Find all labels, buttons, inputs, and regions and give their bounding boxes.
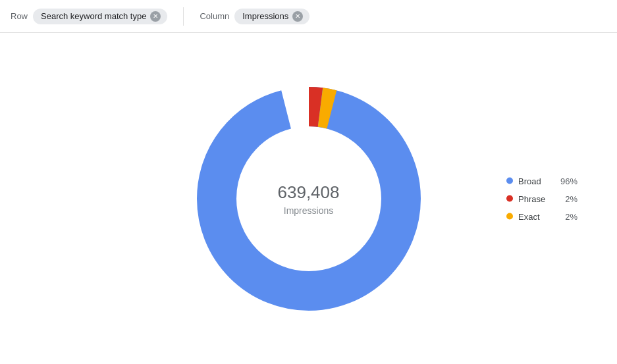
broad-dot [506, 178, 513, 184]
row-filter-group: Row Search keyword match type ✕ [11, 9, 167, 24]
column-label: Column [200, 11, 229, 21]
header-divider [183, 7, 184, 26]
center-value: 639,408 [278, 182, 340, 202]
exact-dot [506, 213, 513, 220]
chart-legend: Broad 96% Phrase 2% Exact 2% [506, 176, 577, 221]
legend-item-broad: Broad 96% [506, 176, 577, 186]
donut-chart: 639,408 Impressions [184, 74, 434, 324]
row-filter-chip: Search keyword match type ✕ [33, 9, 167, 24]
phrase-label: Phrase [518, 194, 552, 203]
legend-item-phrase: Phrase 2% [506, 194, 577, 203]
phrase-dot [506, 195, 513, 202]
header-bar: Row Search keyword match type ✕ Column I… [0, 0, 617, 33]
chart-center-label: 639,408 Impressions [278, 182, 340, 215]
column-filter-group: Column Impressions ✕ [200, 9, 309, 24]
main-content: 639,408 Impressions Broad 96% Phrase 2% … [0, 33, 617, 364]
broad-label: Broad [518, 176, 552, 186]
phrase-pct: 2% [558, 194, 577, 203]
column-filter-close-button[interactable]: ✕ [292, 11, 303, 22]
legend-item-exact: Exact 2% [506, 211, 577, 221]
exact-label: Exact [518, 211, 552, 221]
exact-pct: 2% [558, 211, 577, 221]
row-filter-close-button[interactable]: ✕ [150, 11, 161, 22]
broad-pct: 96% [558, 176, 577, 186]
row-filter-text: Search keyword match type [41, 11, 146, 21]
column-filter-chip: Impressions ✕ [234, 9, 309, 24]
column-filter-text: Impressions [242, 11, 288, 21]
center-metric: Impressions [278, 205, 340, 215]
row-label: Row [11, 11, 28, 21]
